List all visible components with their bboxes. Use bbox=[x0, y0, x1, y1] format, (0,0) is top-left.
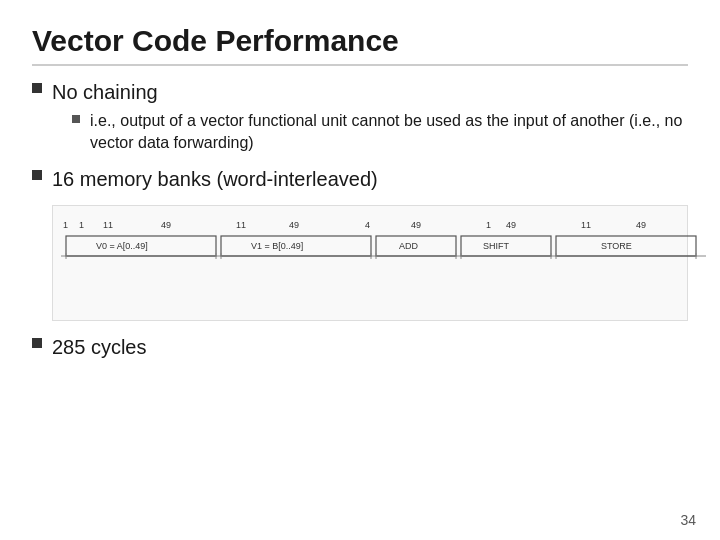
bullet-3-text: 285 cycles bbox=[52, 333, 147, 361]
bullet-1-text: No chaining bbox=[52, 78, 688, 106]
svg-text:49: 49 bbox=[411, 220, 421, 230]
bullet-3-icon bbox=[32, 338, 42, 348]
sub-bullet-1-text: i.e., output of a vector functional unit… bbox=[90, 110, 688, 155]
bullet-1: No chaining i.e., output of a vector fun… bbox=[32, 78, 688, 155]
svg-text:1: 1 bbox=[79, 220, 84, 230]
svg-text:4: 4 bbox=[365, 220, 370, 230]
svg-text:STORE: STORE bbox=[601, 241, 632, 251]
svg-text:ADD: ADD bbox=[399, 241, 419, 251]
timeline-svg: 1 1 11 49 11 49 4 49 1 49 11 49 V0 = A[0… bbox=[61, 216, 706, 306]
content-area: No chaining i.e., output of a vector fun… bbox=[32, 78, 688, 361]
page-number: 34 bbox=[680, 512, 696, 528]
bullet-2: 16 memory banks (word-interleaved) bbox=[32, 165, 688, 193]
bullet-2-text: 16 memory banks (word-interleaved) bbox=[52, 165, 378, 193]
svg-text:11: 11 bbox=[103, 220, 113, 230]
svg-text:SHIFT: SHIFT bbox=[483, 241, 510, 251]
svg-text:49: 49 bbox=[636, 220, 646, 230]
svg-text:11: 11 bbox=[236, 220, 246, 230]
timeline-diagram: 1 1 11 49 11 49 4 49 1 49 11 49 V0 = A[0… bbox=[52, 205, 688, 321]
svg-text:1: 1 bbox=[63, 220, 68, 230]
slide-title: Vector Code Performance bbox=[32, 24, 688, 66]
bullet-1-icon bbox=[32, 83, 42, 93]
slide: Vector Code Performance No chaining i.e.… bbox=[0, 0, 720, 540]
svg-text:1: 1 bbox=[486, 220, 491, 230]
svg-text:V0 = A[0..49]: V0 = A[0..49] bbox=[96, 241, 148, 251]
sub-bullet-1-icon bbox=[72, 115, 80, 123]
bullet-2-icon bbox=[32, 170, 42, 180]
svg-text:49: 49 bbox=[506, 220, 516, 230]
sub-bullet-1: i.e., output of a vector functional unit… bbox=[72, 110, 688, 155]
bullet-3: 285 cycles bbox=[32, 333, 688, 361]
svg-text:49: 49 bbox=[161, 220, 171, 230]
svg-text:11: 11 bbox=[581, 220, 591, 230]
svg-text:V1 = B[0..49]: V1 = B[0..49] bbox=[251, 241, 303, 251]
svg-text:49: 49 bbox=[289, 220, 299, 230]
